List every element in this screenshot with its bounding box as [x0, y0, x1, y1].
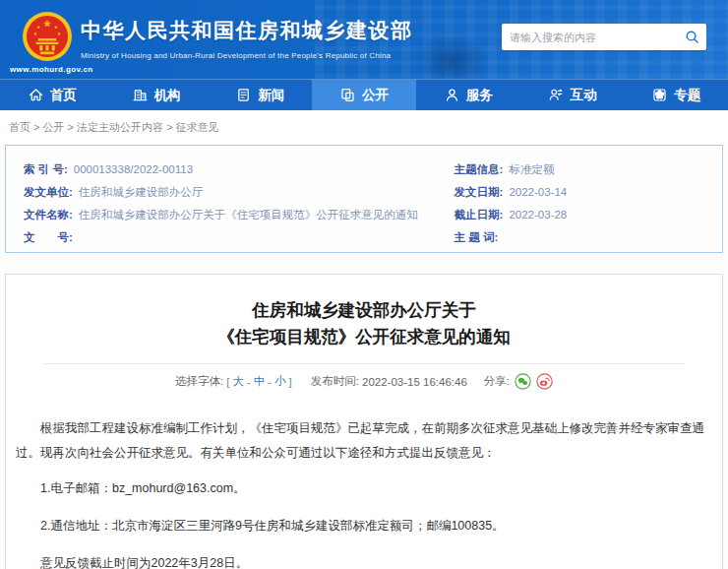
- weibo-share-icon[interactable]: [536, 373, 553, 390]
- publish-time-value: 2022-03-15 16:46:46: [362, 376, 467, 388]
- meta-row-document-number: 文 号:: [24, 226, 455, 249]
- paragraph-deadline: 意见反馈截止时间为2022年3月28日。: [16, 551, 712, 569]
- breadcrumb[interactable]: 首页 > 公开 > 法定主动公开内容 > 征求意见: [0, 110, 728, 144]
- meta-row-keywords: 主 题 词:: [455, 226, 704, 249]
- paragraph-address: 2.通信地址：北京市海淀区三里河路9号住房和城乡建设部标准定额司；邮编10083…: [16, 514, 712, 538]
- font-size-large[interactable]: 大: [232, 374, 244, 389]
- article-title: 住房和城乡建设部办公厅关于 《住宅项目规范》公开征求意见的通知: [15, 297, 713, 350]
- meta-row-deadline-date: 截止日期:2022-03-28: [455, 204, 704, 226]
- paragraph-email: 1.电子邮箱：bz_mohurd@163.com。: [16, 476, 712, 501]
- nav-item-organization[interactable]: 机构: [104, 80, 209, 110]
- article-meta-bar: 选择字体: [ 大 - 中 - 小 ] 发布时间: 2022-03-15 16:…: [15, 373, 713, 390]
- title-divider: [44, 363, 684, 364]
- site-subtitle: Ministry of Housing and Urban-Rural Deve…: [81, 51, 413, 60]
- meta-row-issue-date: 发文日期:2022-03-14: [455, 181, 704, 204]
- person-icon: [444, 87, 460, 103]
- site-header: 中华人民共和国住房和城乡建设部 Ministry of Housing and …: [0, 0, 728, 79]
- publish-time-label: 发布时间:: [311, 374, 359, 389]
- nav-item-special-topics[interactable]: 专题: [624, 80, 728, 110]
- star-icon: [651, 87, 668, 103]
- share-label: 分享:: [484, 374, 510, 389]
- news-icon: [235, 87, 252, 103]
- nav-item-public-disclosure[interactable]: 公开: [312, 80, 416, 110]
- main-nav: 首页 机构 新闻 公开 服务 互动: [0, 79, 728, 110]
- national-emblem-icon: [22, 11, 73, 62]
- home-icon: [28, 87, 44, 103]
- meta-row-issuing-unit: 发文单位:住房和城乡建设部办公厅: [24, 181, 455, 204]
- meta-row-topic-info: 主题信息:标准定额: [455, 158, 704, 181]
- font-size-small[interactable]: 小: [274, 374, 286, 389]
- documents-icon: [339, 87, 356, 103]
- search-icon: [685, 30, 699, 44]
- nav-item-news[interactable]: 新闻: [208, 80, 312, 110]
- font-size-label: 选择字体:: [175, 374, 223, 389]
- interact-icon: [547, 87, 564, 103]
- article-body: 根据我部工程建设标准编制工作计划，《住宅项目规范》已起草完成，在前期多次征求意见…: [15, 416, 713, 569]
- building-icon: [132, 87, 149, 103]
- nav-item-home[interactable]: 首页: [0, 80, 104, 110]
- search-input[interactable]: [502, 32, 677, 43]
- wechat-share-icon[interactable]: [515, 373, 531, 390]
- nav-item-services[interactable]: 服务: [416, 80, 520, 110]
- search-box: [502, 24, 706, 50]
- site-url: www.mohurd.gov.cn: [10, 65, 93, 74]
- document-meta-box: 索 引 号:000013338/2022-00113 发文单位:住房和城乡建设部…: [5, 145, 723, 253]
- site-title: 中华人民共和国住房和城乡建设部: [81, 17, 413, 44]
- paragraph-intro: 根据我部工程建设标准编制工作计划，《住宅项目规范》已起草完成，在前期多次征求意见…: [16, 416, 712, 466]
- meta-row-file-name: 文件名称:住房和城乡建设部办公厅关于《住宅项目规范》公开征求意见的通知: [24, 204, 455, 226]
- font-size-medium[interactable]: 中: [254, 374, 266, 389]
- article-container: 住房和城乡建设部办公厅关于 《住宅项目规范》公开征求意见的通知 选择字体: [ …: [5, 274, 723, 569]
- nav-item-interaction[interactable]: 互动: [520, 80, 625, 110]
- meta-row-index-number: 索 引 号:000013338/2022-00113: [24, 158, 455, 181]
- search-button[interactable]: [677, 24, 706, 50]
